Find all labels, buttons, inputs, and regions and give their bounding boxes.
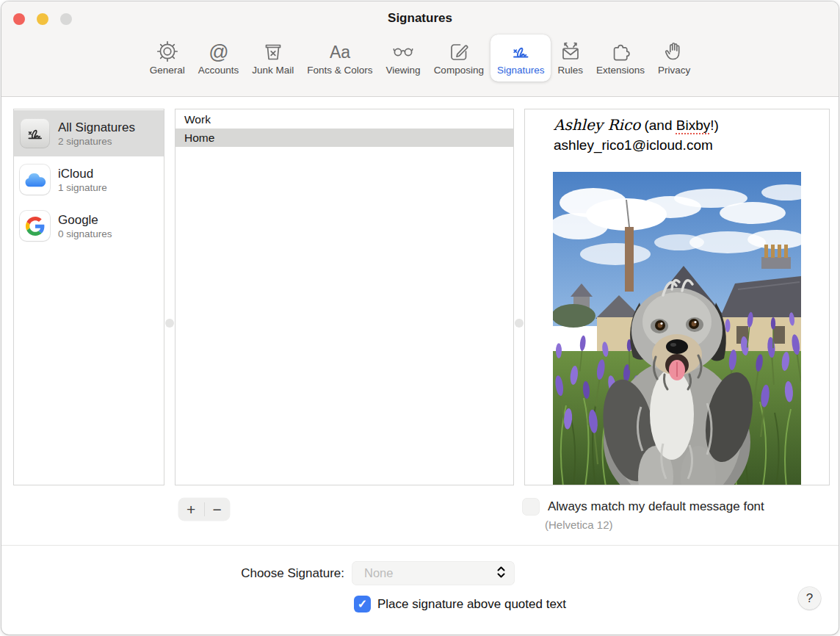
signature-name-rest: (and [640,118,676,133]
signature-name-rest: !) [710,118,719,133]
select-value: None [364,566,496,580]
list-item-home[interactable]: Home [175,129,513,147]
tab-signatures[interactable]: Signatures [490,35,551,82]
account-text: All Signatures 2 signatures [58,120,135,148]
signature-email: ashley_rico1@icloud.com [554,135,719,155]
accounts-sidebar: All Signatures 2 signatures iCloud 1 sig… [13,109,164,485]
signature-list: Work Home [175,109,514,485]
junk-bin-icon [261,40,286,63]
tab-fonts-colors[interactable]: Aa Fonts & Colors [300,35,379,82]
place-signature-label: Place signature above quoted text [377,597,566,612]
tab-label: Extensions [596,65,645,76]
pane-resize-handle[interactable] [165,319,174,328]
toolbar: Signatures General @ Accounts Junk Mail … [1,1,839,97]
fonts-icon: Aa [326,40,354,63]
tab-label: Privacy [658,65,690,76]
tab-label: Fonts & Colors [307,65,372,76]
signature-badge-icon [20,118,50,148]
signature-script-name: Ashley Rico [554,116,640,134]
signature-preview-editor[interactable]: Ashley Rico (and Bixby!) ashley_rico1@ic… [524,109,830,485]
tab-privacy[interactable]: Privacy [651,35,697,82]
bottom-separator [1,545,839,546]
tab-general[interactable]: General [143,35,192,82]
match-font-detail: (Helvetica 12) [545,518,613,531]
tab-label: Junk Mail [252,65,294,76]
window-title: Signatures [1,11,839,26]
tab-label: Viewing [386,65,421,76]
checkmark-icon: ✓ [358,599,367,610]
add-remove-group: + − [178,498,230,521]
account-count: 0 signatures [58,228,112,240]
rules-envelope-icon [558,40,583,63]
tab-label: Composing [434,65,484,76]
misspelled-word: Bixby [676,118,710,133]
tab-label: Rules [557,65,583,76]
tab-accounts[interactable]: @ Accounts [192,35,246,82]
add-signature-button[interactable]: + [178,498,204,521]
preferences-tab-bar: General @ Accounts Junk Mail Aa Fonts & … [1,35,839,82]
help-button[interactable]: ? [798,587,821,610]
choose-signature-label: Choose Signature: [181,566,344,581]
account-name: Google [58,212,112,228]
tab-extensions[interactable]: Extensions [590,35,651,82]
place-signature-checkbox[interactable]: ✓ [354,596,371,612]
match-font-row: ✓ Always match my default message font [522,498,764,516]
match-font-checkbox[interactable]: ✓ [522,498,540,516]
signature-name-line: Ashley Rico (and Bixby!) [554,115,719,135]
icloud-cloud-icon [20,165,50,195]
account-name: iCloud [58,166,107,181]
account-count: 1 signature [58,181,107,194]
place-signature-row: ✓ Place signature above quoted text [354,596,566,612]
tab-label: Signatures [497,65,545,76]
account-name: All Signatures [58,120,135,135]
signature-text: Ashley Rico (and Bixby!) ashley_rico1@ic… [554,115,719,155]
choose-signature-select[interactable]: None [352,561,515,585]
signature-icon [508,40,533,63]
svg-text:@: @ [209,41,228,63]
compose-icon [446,40,471,63]
account-text: iCloud 1 signature [58,166,107,194]
pane-resize-handle[interactable] [515,319,524,328]
sidebar-item-google[interactable]: Google 0 signatures [14,203,164,249]
account-count: 2 signatures [58,135,135,148]
svg-text:Aa: Aa [330,43,350,62]
account-text: Google 0 signatures [58,212,112,240]
remove-signature-button[interactable]: − [205,498,231,521]
google-g-icon [20,211,50,241]
tab-label: Accounts [198,65,239,76]
match-font-label: Always match my default message font [548,499,764,514]
glasses-icon [391,40,416,63]
signature-photo [553,172,801,485]
tab-composing[interactable]: Composing [427,35,490,82]
gear-icon [155,40,180,63]
tab-rules[interactable]: Rules [551,35,590,82]
at-sign-icon: @ [206,40,231,63]
puzzle-icon [608,40,633,63]
tab-viewing[interactable]: Viewing [380,35,427,82]
hand-icon [662,40,687,63]
sidebar-item-icloud[interactable]: iCloud 1 signature [14,156,164,203]
signatures-preferences-window: Signatures General @ Accounts Junk Mail … [1,1,839,635]
tab-junk-mail[interactable]: Junk Mail [245,35,300,82]
sidebar-item-all-signatures[interactable]: All Signatures 2 signatures [14,110,164,156]
stepper-chevrons-icon [496,565,506,582]
list-item-work[interactable]: Work [175,110,513,129]
tab-label: General [150,65,185,76]
